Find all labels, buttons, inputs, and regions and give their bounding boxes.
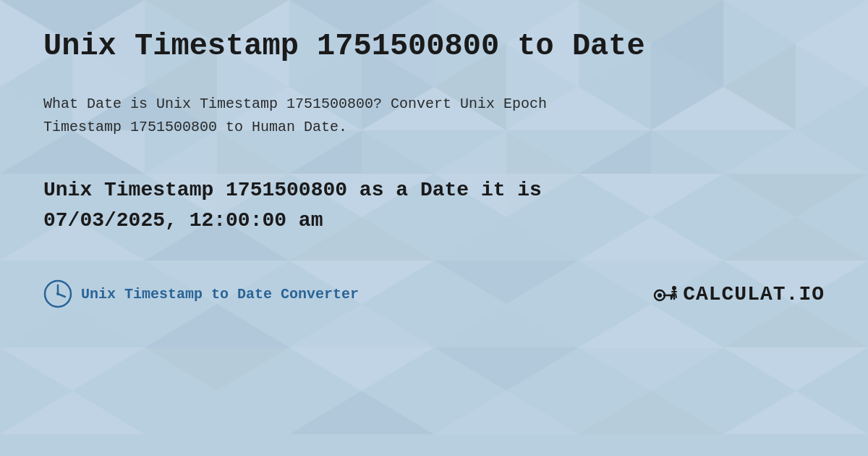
footer-left: Unix Timestamp to Date Converter (43, 279, 359, 308)
description-line1: What Date is Unix Timestamp 1751500800? … (43, 96, 547, 112)
svg-point-81 (56, 292, 59, 295)
logo: CALCULAT.IO (652, 281, 825, 307)
svg-line-90 (672, 294, 673, 297)
description-line2: Timestamp 1751500800 to Human Date. (43, 119, 347, 135)
footer: Unix Timestamp to Date Converter CALCULA… (43, 279, 825, 308)
result-block: Unix Timestamp 1751500800 as a Date it i… (43, 175, 825, 236)
result-line1: Unix Timestamp 1751500800 as a Date it i… (43, 179, 542, 201)
logo-text: CALCULAT.IO (683, 283, 825, 305)
result-line2: 07/03/2025, 12:00:00 am (43, 209, 323, 232)
page-description: What Date is Unix Timestamp 1751500800? … (43, 93, 825, 139)
svg-line-91 (676, 294, 676, 297)
page-title: Unix Timestamp 1751500800 to Date (43, 29, 825, 64)
footer-label: Unix Timestamp to Date Converter (81, 286, 359, 303)
clock-icon (43, 279, 72, 308)
svg-point-83 (658, 293, 662, 297)
logo-icon (652, 281, 678, 307)
